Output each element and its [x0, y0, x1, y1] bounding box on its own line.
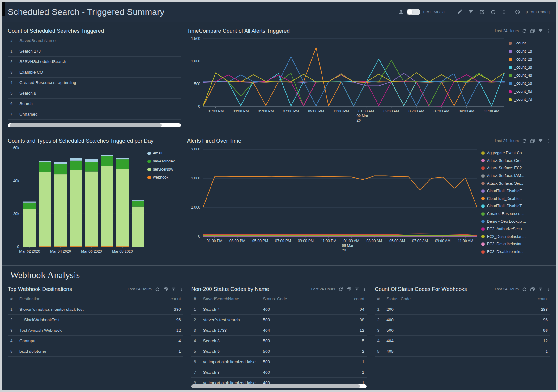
kebab-menu-icon[interactable]	[179, 287, 183, 292]
filter-icon[interactable]	[468, 9, 474, 15]
clock-icon[interactable]	[515, 9, 520, 15]
table-row[interactable]: 2steven's test search50088	[191, 315, 367, 325]
legend-item[interactable]: _count_4d	[509, 71, 532, 79]
kebab-menu-icon[interactable]	[501, 9, 506, 15]
copy-icon[interactable]	[530, 287, 535, 292]
legend-item[interactable]: Aggregate Event Co...	[481, 149, 526, 157]
table-row[interactable]: 2S2SVHScheduledSearch	[8, 57, 181, 67]
legend-item[interactable]: _count	[509, 39, 532, 47]
table-row[interactable]: 240096	[375, 315, 550, 325]
table-row[interactable]: 5brad deleteme1	[8, 346, 183, 357]
copy-icon[interactable]	[163, 287, 168, 292]
table-row[interactable]: 3Search 173340412	[191, 325, 367, 336]
column-header[interactable]: #	[8, 294, 17, 304]
table-row[interactable]: 4Search 85005	[191, 336, 367, 346]
refresh-icon[interactable]	[522, 29, 527, 33]
table-row[interactable]: 1200288	[375, 304, 550, 315]
table-row[interactable]: 4Created Resources -ag testing	[8, 78, 181, 88]
legend-item[interactable]: EC2_Disabletermin...	[481, 248, 526, 256]
filter-icon[interactable]	[171, 287, 176, 292]
table-row[interactable]: 2__SlackWebhookTest96	[8, 315, 183, 325]
legend-item[interactable]: _count_2d	[509, 55, 532, 63]
table-row[interactable]: 5Search 8	[8, 88, 181, 99]
table-row[interactable]: 6Search	[8, 99, 181, 109]
legend-item[interactable]: _count_5d	[509, 79, 532, 87]
column-header[interactable]: _count	[467, 294, 550, 304]
filter-icon[interactable]	[538, 287, 543, 292]
time-range-label[interactable]: Last 24 Hours	[495, 29, 519, 33]
filter-icon[interactable]	[355, 287, 359, 292]
filter-icon[interactable]	[538, 139, 543, 143]
refresh-icon[interactable]	[339, 287, 343, 292]
table-row[interactable]: 6yo import alok itemized false5001	[191, 357, 367, 367]
edit-pencil-icon[interactable]	[457, 9, 462, 15]
table-row[interactable]: 3Test Avinash Webhook12	[8, 325, 183, 336]
time-range-label[interactable]: Last 24 Hours	[128, 287, 152, 291]
live-mode-toggle[interactable]	[407, 9, 420, 15]
column-header[interactable]: #	[191, 294, 201, 304]
table-row[interactable]: 7Unnamed	[8, 109, 181, 120]
table-row[interactable]: 4Champu4	[8, 336, 183, 346]
kebab-menu-icon[interactable]	[546, 287, 550, 292]
legend-item[interactable]: CloudTrail_DisableT...	[481, 202, 526, 210]
table-row[interactable]: 7Search 84001	[191, 367, 367, 378]
table-row[interactable]: 1Search 173	[8, 46, 181, 57]
legend-item[interactable]: _count_6d	[509, 87, 532, 95]
legend-item[interactable]: CloudTrail_Disable...	[481, 195, 526, 203]
table-row[interactable]: 5Search 95002	[191, 346, 367, 357]
horizontal-scrollbar[interactable]	[8, 123, 181, 127]
share-export-icon[interactable]	[479, 9, 485, 15]
column-header[interactable]: SavedSearchName	[17, 36, 181, 46]
copy-icon[interactable]	[530, 139, 535, 143]
copy-icon[interactable]	[347, 287, 351, 292]
horizontal-scrollbar[interactable]	[191, 384, 367, 388]
table-row[interactable]: 8yo import alok itemized false4001	[191, 378, 367, 384]
legend-item[interactable]: saveToIndex	[147, 157, 175, 165]
per-day-bar-chart[interactable]: 020k40k60kMar 02 2020Mar 04 2020Mar 06 2…	[8, 145, 147, 257]
time-range-label[interactable]: Last 24 Hours	[495, 139, 519, 143]
filter-icon[interactable]	[538, 29, 543, 33]
legend-item[interactable]: CloudTrail_DisableE...	[481, 187, 526, 195]
table-row[interactable]: 1Search 440094	[191, 304, 367, 315]
timecompare-line-chart[interactable]: 05001,0001,50001:00 PM03:00 PM05:00 PM07…	[187, 36, 509, 124]
refresh-icon[interactable]	[522, 139, 527, 143]
column-header[interactable]: _count	[307, 294, 367, 304]
column-header[interactable]: Status_Code	[260, 294, 307, 304]
column-header[interactable]: Destination	[17, 294, 100, 304]
legend-item[interactable]: Created Resources ...	[481, 210, 526, 218]
table-row[interactable]: 54051	[375, 346, 550, 357]
legend-item[interactable]: serviceNow	[147, 165, 175, 173]
legend-item[interactable]: Attack Surface: EC2...	[481, 164, 526, 172]
legend-item[interactable]: _count_3d	[509, 63, 532, 71]
time-range-label[interactable]: Last 24 Hours	[311, 287, 335, 291]
kebab-menu-icon[interactable]	[546, 29, 550, 33]
table-row[interactable]: 440412	[375, 336, 550, 346]
legend-item[interactable]: Attack Surface: IAM...	[481, 172, 526, 180]
legend-item[interactable]: EC2_AuthorizeSecu...	[481, 225, 526, 233]
refresh-icon[interactable]	[490, 9, 496, 15]
table-row[interactable]: 1Steven's metrics monitor slack test380	[8, 304, 183, 315]
legend-item[interactable]: Attack Surface: Cre...	[481, 157, 526, 165]
kebab-menu-icon[interactable]	[363, 287, 367, 292]
copy-icon[interactable]	[530, 29, 535, 33]
kebab-menu-icon[interactable]	[546, 139, 550, 143]
legend-item[interactable]: Demo - Geo Lookup ...	[481, 217, 526, 225]
legend-item[interactable]: email	[147, 149, 175, 157]
scrollbar-thumb[interactable]	[191, 384, 360, 388]
legend-item[interactable]: Attack Surface: Ser...	[481, 179, 526, 187]
legend-item[interactable]: EC2_DescribeInstan...	[481, 240, 526, 248]
scrollbar-thumb[interactable]	[10, 123, 162, 127]
column-header[interactable]: #	[375, 294, 384, 304]
alerts-line-chart[interactable]: 01,0002,0003,00001:00 PM03:00 PM05:00 PM…	[187, 145, 481, 254]
legend-item[interactable]: webhook	[147, 173, 175, 181]
column-header[interactable]: SavedSearchName	[201, 294, 261, 304]
refresh-icon[interactable]	[522, 287, 527, 292]
table-row[interactable]: 3Example CQ	[8, 67, 181, 78]
column-header[interactable]: _count	[100, 294, 183, 304]
refresh-icon[interactable]	[155, 287, 160, 292]
column-header[interactable]: #	[8, 36, 17, 46]
legend-item[interactable]: EC2_DescribeInstan...	[481, 233, 526, 241]
time-range-label[interactable]: Last 24 Hours	[495, 287, 519, 291]
column-header[interactable]: Status_Code	[384, 294, 467, 304]
legend-item[interactable]: _count_1d	[509, 47, 532, 55]
